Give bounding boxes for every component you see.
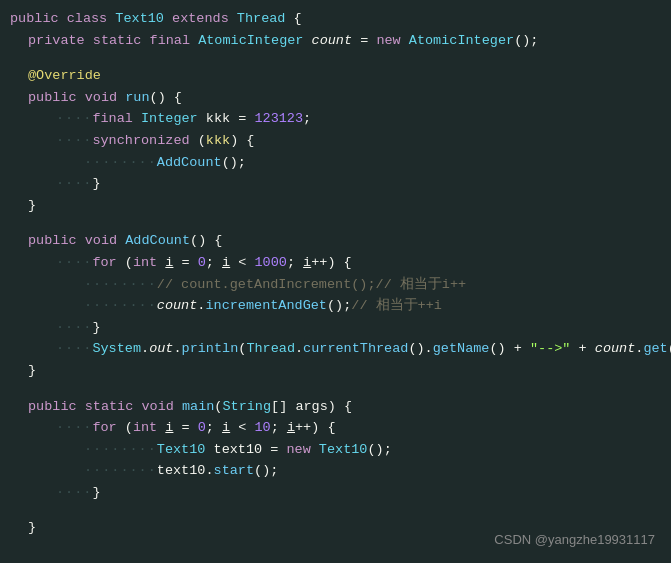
- str-arrow: "-->": [530, 338, 571, 360]
- code-line-9: ····}: [0, 173, 671, 195]
- var-text10-2: text10.: [157, 460, 214, 482]
- method-main: main: [182, 396, 214, 418]
- num-123123: 123123: [254, 108, 303, 130]
- kw-new: new: [376, 30, 408, 52]
- kw-for: for: [92, 252, 124, 274]
- dots-3: ········: [84, 152, 157, 174]
- for2-semi2: ;: [271, 417, 287, 439]
- code-line-6: ····final Integer kkk = 123123;: [0, 108, 671, 130]
- thread-class: Thread: [246, 338, 295, 360]
- method-addcount-call: AddCount: [157, 152, 222, 174]
- comment-2: // 相当于++i: [351, 295, 442, 317]
- for-eq: =: [173, 252, 197, 274]
- start-parens: ();: [254, 460, 278, 482]
- num-0-2: 0: [198, 417, 206, 439]
- count-var3: count: [595, 338, 636, 360]
- dot4: .: [295, 338, 303, 360]
- code-line-22: ········Text10 text10 = new Text10();: [0, 439, 671, 461]
- for2-eq: =: [173, 417, 197, 439]
- keyword-class: class: [67, 8, 116, 30]
- code-line-21: ····for (int i = 0; i < 10; i++) {: [0, 417, 671, 439]
- type-string: String: [222, 396, 271, 418]
- system-class: System: [92, 338, 141, 360]
- dots-9: ····: [56, 338, 92, 360]
- method-getname: getName: [433, 338, 490, 360]
- var-i6: i: [287, 417, 295, 439]
- type-atomicinteger: AtomicInteger: [198, 30, 311, 52]
- code-line-20: public static void main(String[] args) {: [0, 396, 671, 418]
- extends-type: Thread: [237, 8, 286, 30]
- parens: ();: [514, 30, 538, 52]
- dots-2: ····: [56, 130, 92, 152]
- code-line-18: }: [0, 360, 671, 382]
- dot3: .: [173, 338, 181, 360]
- method-incrementandget: incrementAndGet: [205, 295, 327, 317]
- dots-10: ····: [56, 417, 92, 439]
- brace-close-for2: }: [92, 482, 100, 504]
- code-line-5: public void run() {: [0, 87, 671, 109]
- kw-new2: new: [286, 439, 318, 461]
- ct-parens: ().: [408, 338, 432, 360]
- kw-void: void: [85, 87, 126, 109]
- args-var: args) {: [295, 396, 352, 418]
- dots-4: ····: [56, 173, 92, 195]
- incr-parens: ();: [327, 295, 351, 317]
- var-kkk-highlight: kkk: [206, 130, 230, 152]
- type-text10-2: Text10: [319, 439, 368, 461]
- annotation-override: @Override: [28, 65, 101, 87]
- code-line-15: ········count.incrementAndGet();// 相当于++…: [0, 295, 671, 317]
- code-line-1: public class Text10 extends Thread {: [0, 8, 671, 30]
- code-line-23: ········text10.start();: [0, 460, 671, 482]
- out-var: out: [149, 338, 173, 360]
- var-i3: i: [303, 252, 311, 274]
- code-line-10: }: [0, 195, 671, 217]
- for2-semi1: ;: [206, 417, 222, 439]
- dots-12: ········: [84, 460, 157, 482]
- brace-close-main: }: [28, 517, 36, 539]
- kw-final: final: [150, 30, 199, 52]
- array-bracket: []: [271, 396, 295, 418]
- gn-parens: () +: [489, 338, 530, 360]
- main-open: (: [214, 396, 222, 418]
- for2-open: (: [125, 417, 133, 439]
- num-1000: 1000: [254, 252, 286, 274]
- var-i2: i: [222, 252, 230, 274]
- dots-13: ····: [56, 482, 92, 504]
- code-line-2: private static final AtomicInteger count…: [0, 30, 671, 52]
- sync-paren-open: (: [198, 130, 206, 152]
- kw-static: static: [85, 396, 142, 418]
- kw-public4: public: [28, 396, 85, 418]
- brace-close-for: }: [92, 317, 100, 339]
- dots-1: ····: [56, 108, 92, 130]
- code-editor: public class Text10 extends Thread { pri…: [0, 0, 671, 563]
- plus2: +: [570, 338, 594, 360]
- sync-paren-close: ) {: [230, 130, 254, 152]
- brace-close-addcount: }: [28, 360, 36, 382]
- code-line-12: public void AddCount() {: [0, 230, 671, 252]
- addcount-sig: () {: [190, 230, 222, 252]
- var-i4: i: [165, 417, 173, 439]
- watermark-text: CSDN @yangzhe19931117: [494, 530, 655, 551]
- method-currentthread: currentThread: [303, 338, 408, 360]
- brace-close-sync: }: [92, 173, 100, 195]
- brace-close-run: }: [28, 195, 36, 217]
- method-start: start: [214, 460, 255, 482]
- dots-7: ········: [84, 295, 157, 317]
- code-line-16: ····}: [0, 317, 671, 339]
- type-atomicinteger2: AtomicInteger: [409, 30, 514, 52]
- num-0: 0: [198, 252, 206, 274]
- kw-synchronized: synchronized: [92, 130, 197, 152]
- class-name: Text10: [115, 8, 172, 30]
- kw-int: int: [133, 252, 165, 274]
- method-println: println: [182, 338, 239, 360]
- type-integer: Integer: [141, 108, 206, 130]
- kw-static: static: [93, 30, 150, 52]
- kw-private: private: [28, 30, 93, 52]
- kw-final: final: [92, 108, 141, 130]
- dot2: .: [141, 338, 149, 360]
- code-line-25: [0, 503, 671, 517]
- method-get: get: [643, 338, 667, 360]
- run-parens: () {: [150, 87, 182, 109]
- code-line-13: ····for (int i = 0; i < 1000; i++) {: [0, 252, 671, 274]
- dots-8: ····: [56, 317, 92, 339]
